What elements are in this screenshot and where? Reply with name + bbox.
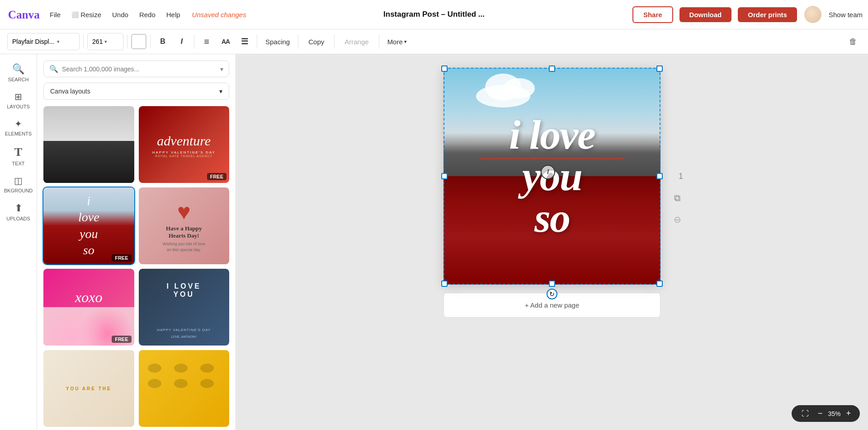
align-button[interactable]: ≡ xyxy=(198,33,215,50)
font-size-box[interactable]: 261 ▾ xyxy=(87,33,123,50)
search-input[interactable] xyxy=(62,65,220,73)
canvas[interactable]: i loveyouso I xyxy=(443,68,660,285)
template-card-6[interactable]: I LOVEYOU HAPPY VALENTINE'S DAY LOVE, AN… xyxy=(139,269,230,346)
nav-redo[interactable]: Redo xyxy=(135,8,160,21)
share-button[interactable]: Share xyxy=(632,6,673,23)
nav-help[interactable]: Help xyxy=(162,8,185,21)
delete-button[interactable]: 🗑 xyxy=(845,37,861,47)
topbar: Canva File ⬜ Resize Undo Redo Help Unsav… xyxy=(0,0,868,29)
nav-links: File ⬜ Resize Undo Redo Help xyxy=(45,8,185,21)
sidebar-item-search[interactable]: 🔍 SEARCH xyxy=(3,60,34,86)
template-card-1[interactable] xyxy=(43,106,134,183)
template-adventure-agency: ROYAL GATE TRAVEL AGENCY xyxy=(139,154,230,158)
cheese-hole xyxy=(200,364,214,373)
template-you-are-text: YOU ARE THE xyxy=(43,386,134,391)
italic-button[interactable]: I xyxy=(173,33,190,50)
template-adventure-title: adventure xyxy=(139,133,230,149)
show-team-button[interactable]: Show team xyxy=(829,11,863,19)
template-card-2[interactable]: adventure HAPPY VALENTINE'S DAY ROYAL GA… xyxy=(139,106,230,183)
search-icon: 🔍 xyxy=(12,63,24,75)
copy-page-button[interactable]: ⧉ xyxy=(669,190,685,206)
color-swatch[interactable] xyxy=(131,34,146,49)
template-hearts-title: Have a HappyHearts Day! xyxy=(166,225,202,239)
spacing-button[interactable]: Spacing xyxy=(261,33,294,50)
cheese-hole xyxy=(148,379,161,388)
zoom-controls: ⛶ − 35% + xyxy=(792,405,860,422)
font-chevron-icon: ▾ xyxy=(57,39,60,45)
templates-grid: adventure HAPPY VALENTINE'S DAY ROYAL GA… xyxy=(43,106,229,427)
template-xoxo-text: xoxo xyxy=(43,289,134,306)
zoom-in-button[interactable]: + xyxy=(843,408,854,419)
delete-page-button[interactable]: ⊖ xyxy=(669,211,685,228)
sidebar-item-background[interactable]: ◫ BKGROUND xyxy=(3,172,34,197)
toolbar-divider-2 xyxy=(127,35,127,48)
canvas-container: i loveyouso I xyxy=(443,68,660,285)
zoom-out-button[interactable]: − xyxy=(815,408,826,419)
order-prints-button[interactable]: Order prints xyxy=(738,7,797,22)
template-card-7[interactable]: YOU ARE THE xyxy=(43,350,134,427)
canvas-area[interactable]: i loveyouso I xyxy=(236,54,868,430)
main-area: 🔍 SEARCH ⊞ LAYOUTS ✦ ELEMENTS T TEXT ◫ B… xyxy=(0,54,868,430)
left-sidebar: 🔍 SEARCH ⊞ LAYOUTS ✦ ELEMENTS T TEXT ◫ B… xyxy=(0,54,37,430)
layout-selector-label: Canva layouts xyxy=(50,88,90,95)
search-box: 🔍 ▾ xyxy=(43,61,229,77)
font-size-value: 261 xyxy=(92,38,103,45)
avatar[interactable] xyxy=(804,6,821,23)
layout-selector[interactable]: Canva layouts ▾ xyxy=(43,83,229,100)
doc-title: Instagram Post – Untitled ... xyxy=(383,10,485,19)
toolbar-divider-6 xyxy=(298,35,298,48)
add-page-button[interactable]: + Add a new page xyxy=(443,293,660,318)
download-button[interactable]: Download xyxy=(679,7,732,22)
more-label: More xyxy=(387,38,403,46)
more-button[interactable]: More ▾ xyxy=(383,33,411,50)
nav-resize[interactable]: ⬜ Resize xyxy=(67,8,106,21)
zoom-in-icon: + xyxy=(846,409,851,418)
background-icon: ◫ xyxy=(14,175,23,186)
template-card-3[interactable]: i loveyouso FREE xyxy=(43,187,134,264)
sidebar-item-label-uploads: UPLOADS xyxy=(6,216,30,221)
cheese-hole xyxy=(174,379,188,388)
sidebar-item-label-text: TEXT xyxy=(12,161,24,166)
svg-text:Canva: Canva xyxy=(8,9,40,21)
logo: Canva xyxy=(5,5,42,23)
sidebar-item-label-elements: ELEMENTS xyxy=(5,131,32,136)
arrange-button[interactable]: Arrange xyxy=(338,33,375,50)
present-button[interactable]: ⛶ xyxy=(798,408,812,419)
present-icon: ⛶ xyxy=(802,410,809,417)
bold-button[interactable]: B xyxy=(154,33,171,50)
template-love-from: LOVE, ANTHONY xyxy=(139,335,230,338)
trash-icon: 🗑 xyxy=(849,37,857,46)
template-adventure-sub: HAPPY VALENTINE'S DAY xyxy=(139,150,230,154)
cheese-hole xyxy=(148,364,161,373)
copy-page-icon: ⧉ xyxy=(674,193,680,203)
sidebar-item-layouts[interactable]: ⊞ LAYOUTS xyxy=(3,88,34,113)
template-card-4[interactable]: ♥ Have a HappyHearts Day! Wishing you lo… xyxy=(139,187,230,264)
sidebar-item-uploads[interactable]: ⬆ UPLOADS xyxy=(3,199,34,225)
cheese-hole xyxy=(174,364,188,373)
sidebar-item-label-background: BKGROUND xyxy=(4,188,33,193)
search-box-icon: 🔍 xyxy=(49,65,58,73)
uploads-icon: ⬆ xyxy=(14,202,23,214)
template-free-badge-3: FREE xyxy=(112,254,131,262)
toolbar-divider-3 xyxy=(150,35,151,48)
nav-file[interactable]: File xyxy=(45,8,65,21)
sidebar-item-text[interactable]: T TEXT xyxy=(3,142,34,170)
sidebar-item-label-layouts: LAYOUTS xyxy=(7,104,30,109)
toolbar-divider-5 xyxy=(257,35,257,48)
toolbar-divider-8 xyxy=(379,35,379,48)
zoom-out-icon: − xyxy=(818,409,823,418)
text-cursor: I xyxy=(541,165,555,179)
template-card-5[interactable]: xoxo FREE xyxy=(43,269,134,346)
resize-icon: ⬜ xyxy=(71,11,79,18)
list-button[interactable]: ☰ xyxy=(236,33,253,50)
font-selector[interactable]: Playfair Displ... ▾ xyxy=(7,33,80,50)
nav-undo[interactable]: Undo xyxy=(108,8,133,21)
template-free-badge-2: FREE xyxy=(207,173,226,180)
aa-button[interactable]: AA xyxy=(217,33,234,50)
toolbar: Playfair Displ... ▾ 261 ▾ B I ≡ AA ☰ Spa… xyxy=(0,29,868,54)
sidebar-item-elements[interactable]: ✦ ELEMENTS xyxy=(3,115,34,140)
search-dropdown-icon[interactable]: ▾ xyxy=(220,65,223,73)
template-card-8[interactable] xyxy=(139,350,230,427)
template-love-text: i loveyouso xyxy=(78,194,99,257)
copy-button[interactable]: Copy xyxy=(302,33,330,50)
